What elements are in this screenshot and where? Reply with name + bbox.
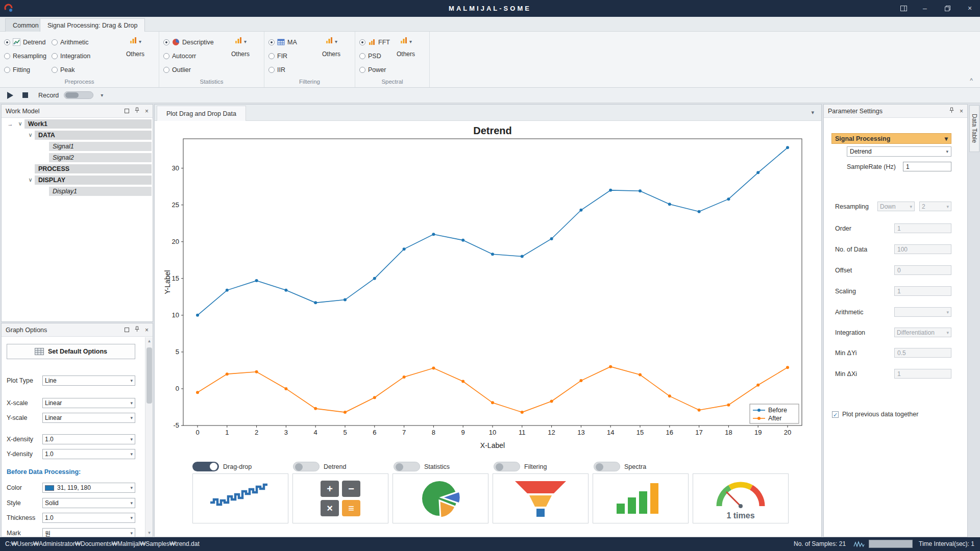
x-density-dropdown[interactable]: 1.0▾	[42, 434, 135, 444]
toggle-spectra[interactable]	[594, 462, 620, 471]
resampling-dropdown[interactable]: Down▾	[877, 202, 915, 211]
radio-iir[interactable]	[268, 67, 275, 73]
pin-icon[interactable]	[949, 107, 954, 115]
tree-root-arrow[interactable]: →	[5, 121, 16, 127]
tree-item-data[interactable]: ∨DATA	[2, 130, 153, 140]
status-dropdown[interactable]	[869, 540, 913, 548]
ribbon-item-fft[interactable]: FFT	[359, 35, 390, 49]
drag-drop-card[interactable]	[192, 473, 288, 523]
arithmetic-dropdown[interactable]: ▾	[894, 307, 951, 317]
radio-arithmetic[interactable]	[52, 39, 58, 45]
radio-fitting[interactable]	[4, 67, 10, 73]
ribbon-item-ma[interactable]: MA	[268, 35, 297, 49]
scroll-up-icon[interactable]: ▲	[145, 337, 153, 345]
pin-icon[interactable]	[134, 107, 140, 115]
ribbon-item-power[interactable]: Power	[359, 63, 390, 77]
offset-input[interactable]: 0	[894, 265, 951, 275]
ribbon-collapse-icon[interactable]: ^	[970, 77, 973, 84]
x-scale-dropdown[interactable]: Linear▾	[42, 398, 135, 408]
others-button-statistics[interactable]: ▾Others	[224, 36, 257, 58]
ribbon-item-arithmetic[interactable]: Arithmetic	[52, 35, 90, 49]
float-icon[interactable]	[125, 109, 129, 113]
layout-icon[interactable]	[893, 0, 914, 17]
resampling-value-dropdown[interactable]: 2▾	[919, 202, 951, 211]
ribbon-item-fir[interactable]: FIR	[268, 49, 297, 63]
close-icon[interactable]: ×	[145, 108, 149, 115]
filtering-card[interactable]	[493, 473, 589, 523]
radio-power[interactable]	[359, 67, 365, 73]
ribbon-item-resampling[interactable]: Resampling	[4, 49, 46, 63]
ribbon-item-peak[interactable]: Peak	[52, 63, 90, 77]
set-default-options-button[interactable]: Set Default Options	[7, 344, 135, 359]
ribbon-item-iir[interactable]: IIR	[268, 63, 297, 77]
radio-ma[interactable]	[268, 39, 275, 45]
radio-descriptive[interactable]	[163, 39, 169, 45]
tree-item-display[interactable]: ∨DISPLAY	[2, 174, 153, 185]
toggle-drag-drop[interactable]	[192, 462, 219, 471]
thickness-dropdown[interactable]: 1.0▾	[42, 513, 135, 523]
radio-resampling[interactable]	[4, 53, 10, 59]
no-of-data-input[interactable]: 100	[894, 244, 951, 254]
scroll-thumb[interactable]	[146, 347, 152, 404]
order-input[interactable]: 1	[894, 223, 951, 233]
min-xi-input[interactable]: 1	[894, 369, 951, 379]
mark-dropdown[interactable]: 원▾	[42, 528, 135, 537]
play-button[interactable]	[7, 92, 13, 99]
y-density-dropdown[interactable]: 1.0▾	[42, 449, 135, 459]
radio-detrend[interactable]	[4, 39, 10, 45]
tab-plot-drag-drop[interactable]: Plot Drag and Drop Data	[157, 106, 246, 121]
radio-outlier[interactable]	[163, 67, 169, 73]
tab-signal-processing[interactable]: Signal Processing: Drag & Drop	[40, 18, 145, 32]
gauge-card[interactable]: 1 times	[693, 473, 789, 523]
color-dropdown[interactable]: 31, 119, 180▾	[42, 483, 135, 493]
scrollbar[interactable]: ▲ ▼	[145, 337, 153, 537]
tree-item-signal1[interactable]: Signal1	[2, 141, 153, 152]
min-yi-input[interactable]: 0.5	[894, 348, 951, 358]
integration-dropdown[interactable]: Differentiation▾	[894, 328, 951, 337]
radio-peak[interactable]	[52, 67, 58, 73]
maximize-button[interactable]	[937, 0, 958, 17]
radio-autocorr[interactable]	[163, 53, 169, 59]
expand-arrow[interactable]: ∨	[26, 132, 35, 138]
tree-item-display1[interactable]: Display1	[2, 186, 153, 196]
float-icon[interactable]	[125, 328, 129, 332]
ribbon-item-fitting[interactable]: Fitting	[4, 63, 46, 77]
ribbon-item-integration[interactable]: Integration	[52, 49, 90, 63]
toggle-detrend[interactable]	[293, 462, 320, 471]
record-toggle[interactable]	[64, 91, 93, 99]
ribbon-item-outlier[interactable]: Outlier	[163, 63, 214, 77]
ribbon-item-psd[interactable]: PSD	[359, 49, 390, 63]
samplerate-input[interactable]: 1	[903, 162, 951, 171]
tree-item-signal2[interactable]: Signal2	[2, 152, 153, 163]
category-dropdown[interactable]: Signal Processing ▾	[831, 133, 951, 144]
detrend-card[interactable]: +−×≡	[292, 473, 388, 523]
close-button[interactable]: ×	[960, 0, 980, 17]
ribbon-item-detrend[interactable]: Detrend	[4, 35, 46, 49]
radio-fir[interactable]	[268, 53, 275, 59]
style-dropdown[interactable]: Solid▾	[42, 498, 135, 508]
close-icon[interactable]: ×	[145, 327, 149, 334]
close-icon[interactable]: ×	[960, 108, 963, 115]
expand-arrow[interactable]: ∨	[16, 120, 24, 127]
tree-item-work1[interactable]: →∨Work1	[2, 118, 153, 129]
stop-button[interactable]	[22, 92, 28, 98]
others-button-preprocess[interactable]: ▾Others	[119, 36, 152, 58]
scaling-input[interactable]: 1	[894, 286, 951, 296]
y-scale-dropdown[interactable]: Linear▾	[42, 413, 135, 423]
statistics-card[interactable]	[393, 473, 488, 523]
radio-integration[interactable]	[52, 53, 58, 59]
minimize-button[interactable]: –	[915, 0, 935, 17]
spectra-card[interactable]	[593, 473, 689, 523]
method-dropdown[interactable]: Detrend ▾	[847, 146, 951, 157]
toggle-statistics[interactable]	[394, 462, 420, 471]
tree-item-process[interactable]: PROCESS	[2, 163, 153, 174]
others-button-spectral[interactable]: ▾Others	[389, 36, 422, 58]
plot-type-dropdown[interactable]: Line▾	[42, 375, 135, 386]
tab-data-table[interactable]: Data Table	[969, 105, 979, 152]
ribbon-item-descriptive[interactable]: Descriptive	[163, 35, 214, 49]
plot-previous-checkbox[interactable]: ✓ Plot previous data together	[832, 411, 918, 418]
radio-psd[interactable]	[359, 53, 365, 59]
expand-arrow[interactable]: ∨	[26, 177, 35, 183]
record-dropdown-icon[interactable]: ▾	[101, 92, 103, 98]
others-button-filtering[interactable]: ▾Others	[315, 36, 348, 58]
